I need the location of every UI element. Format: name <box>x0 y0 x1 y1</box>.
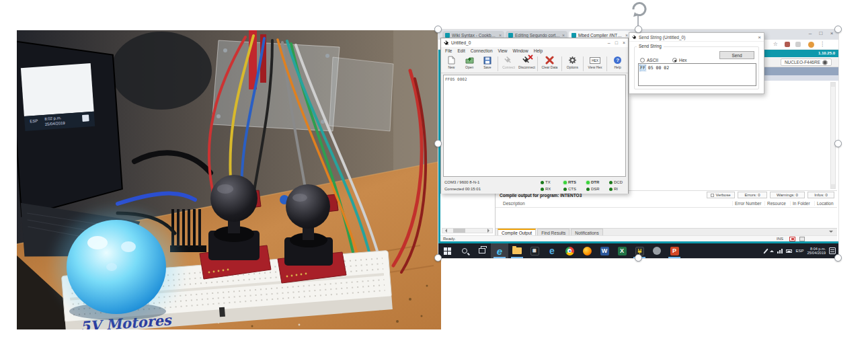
selection-handle-top-left[interactable] <box>434 26 442 33</box>
taskbar-word-icon[interactable]: W <box>596 243 613 258</box>
taskbar-store-icon[interactable]: ⊞ <box>526 243 543 258</box>
taskbar-chrome-icon[interactable] <box>561 243 578 258</box>
coolterm-minimize-button[interactable]: – <box>608 40 610 45</box>
menu-edit[interactable]: Edit <box>457 48 465 53</box>
network-icon[interactable] <box>777 249 783 253</box>
coolterm-menu-bar: File Edit Connection View Window Help <box>441 47 628 54</box>
connection-status: Connected 00:15:01 <box>444 187 481 191</box>
language-indicator[interactable]: ESP <box>795 249 803 253</box>
selection-handle-bottom-right[interactable] <box>834 254 842 262</box>
connect-button[interactable]: Connect <box>500 55 518 69</box>
view-hex-button[interactable]: HEX View Hex <box>585 55 605 69</box>
verbose-toggle[interactable]: Verbose <box>707 192 735 198</box>
gear-icon <box>568 56 577 65</box>
rotate-handle-icon[interactable] <box>628 0 649 17</box>
taskbar-file-explorer-icon[interactable] <box>508 243 526 258</box>
coolterm-window-title: Untitled_0 <box>451 40 471 45</box>
column-in-folder[interactable]: In Folder <box>790 201 810 206</box>
horizontal-scrollbar[interactable] <box>442 228 493 233</box>
browser-minimize-button[interactable]: – <box>805 30 816 36</box>
tab-close-icon[interactable]: × <box>499 33 502 38</box>
send-button[interactable]: Send <box>719 51 754 59</box>
errors-filter-button[interactable]: Errors: 0 <box>738 192 767 198</box>
browser-profile-avatar[interactable] <box>808 42 814 48</box>
windows-screenshot: Wiki Syntax - Cookbook | Mbed × Editing … <box>438 30 838 258</box>
dialog-close-button[interactable]: × <box>758 34 761 40</box>
browser-menu-icon[interactable]: ⋮ <box>820 41 825 47</box>
options-button[interactable]: Options <box>563 55 582 69</box>
mbed-status-bar: Ready. INS <box>440 235 837 241</box>
browser-maximize-button[interactable]: □ <box>816 30 826 36</box>
search-icon[interactable] <box>456 243 473 258</box>
selection-handle-top-right[interactable] <box>834 26 842 33</box>
tx-indicator: TX <box>541 180 551 184</box>
mbed-favicon <box>445 33 450 38</box>
taskbar-gray-app-icon[interactable] <box>648 243 666 258</box>
selection-handle-bottom-center[interactable] <box>635 254 642 262</box>
scroll-up-arrow[interactable] <box>831 83 835 87</box>
taskbar-edge-icon[interactable]: e <box>491 243 508 258</box>
menu-view[interactable]: View <box>498 48 508 53</box>
clear-data-button[interactable]: Clear Data <box>539 55 560 69</box>
clear-data-x-icon <box>545 56 554 65</box>
taskbar-firefox-icon[interactable] <box>578 243 596 258</box>
taskbar-powerpoint-icon[interactable]: P <box>666 243 683 258</box>
selection-handle-bottom-left[interactable] <box>434 254 442 262</box>
coolterm-close-button[interactable]: × <box>623 40 625 45</box>
tab-close-icon[interactable]: × <box>562 33 565 38</box>
save-button[interactable]: Save <box>479 55 497 69</box>
pen-icon[interactable] <box>764 248 768 253</box>
column-error-number[interactable]: Error Number <box>732 201 761 206</box>
menu-help[interactable]: Help <box>534 48 543 53</box>
coolterm-title-bar[interactable]: Untitled_0 – □ × <box>441 38 628 47</box>
tab-close-icon[interactable]: × <box>625 33 628 38</box>
slide-canvas: ESP 8:02 p.m. 25/04/2019 <box>0 0 868 353</box>
taskbar-excel-icon[interactable]: X <box>613 243 631 258</box>
taskbar-clock[interactable]: 8:04 p.m.25/04/2019 <box>807 247 826 255</box>
clock-date: 25/04/2019 <box>807 251 826 255</box>
bookmark-star-icon[interactable]: ☆ <box>773 41 778 47</box>
selection-handle-middle-left[interactable] <box>434 140 442 147</box>
coolterm-app-icon <box>631 34 638 40</box>
extension-icon[interactable] <box>795 42 801 47</box>
coolterm-maximize-button[interactable]: □ <box>615 40 618 45</box>
taskbar-internet-explorer-icon[interactable]: e <box>543 243 561 258</box>
column-resource[interactable]: Resource <box>764 201 786 206</box>
infos-filter-button[interactable]: Infos: 0 <box>807 192 834 198</box>
panel-collapse-chevron[interactable] <box>829 231 833 235</box>
laptop-lang-label: ESP <box>30 119 38 124</box>
help-button[interactable]: ? Help <box>608 55 627 69</box>
status-red-icon <box>789 237 795 241</box>
column-description[interactable]: Description <box>501 201 525 206</box>
scroll-right-arrow[interactable] <box>487 229 492 233</box>
terminal-output-area[interactable]: FF05 0002 <box>443 75 626 177</box>
menu-file[interactable]: File <box>445 48 452 53</box>
selection-handle-middle-right[interactable] <box>834 140 842 147</box>
task-view-icon[interactable] <box>473 243 491 258</box>
hidden-icons-chevron[interactable] <box>770 248 774 252</box>
extension-icon[interactable] <box>785 42 790 47</box>
compile-table-columns: Description Error Number Resource In Fol… <box>496 200 837 208</box>
vertical-scrollbar[interactable] <box>830 82 836 189</box>
menu-window[interactable]: Window <box>513 48 528 53</box>
battery-icon[interactable] <box>786 249 792 253</box>
new-button[interactable]: New <box>442 55 461 69</box>
send-string-title-bar[interactable]: Send String (Untitled_0) × <box>629 33 764 42</box>
hex-input-field[interactable]: FF 05 00 02 <box>638 63 756 86</box>
device-selector-button[interactable]: NUCLEO-F446RE <box>781 58 832 66</box>
ready-status: Ready. <box>443 237 456 241</box>
ins-indicator: INS <box>777 237 783 241</box>
selection-handle-top-center[interactable] <box>635 26 642 33</box>
notification-center-icon[interactable] <box>829 247 836 254</box>
scrollbar-thumb[interactable] <box>453 229 465 233</box>
coolterm-status-bar: COM3 / 9600 8-N-1 Connected 00:15:01 TX … <box>441 178 628 194</box>
scroll-down-arrow[interactable] <box>831 184 835 188</box>
scroll-left-arrow[interactable] <box>442 229 448 233</box>
disconnect-button[interactable]: Disconnect <box>518 55 536 69</box>
dsr-indicator: DSR <box>586 187 600 191</box>
device-name: NUCLEO-F446RE <box>785 60 820 65</box>
menu-connection[interactable]: Connection <box>471 48 493 53</box>
open-button[interactable]: Open <box>461 55 479 69</box>
column-location[interactable]: Location <box>814 201 834 206</box>
warnings-filter-button[interactable]: Warnings: 0 <box>770 192 805 198</box>
